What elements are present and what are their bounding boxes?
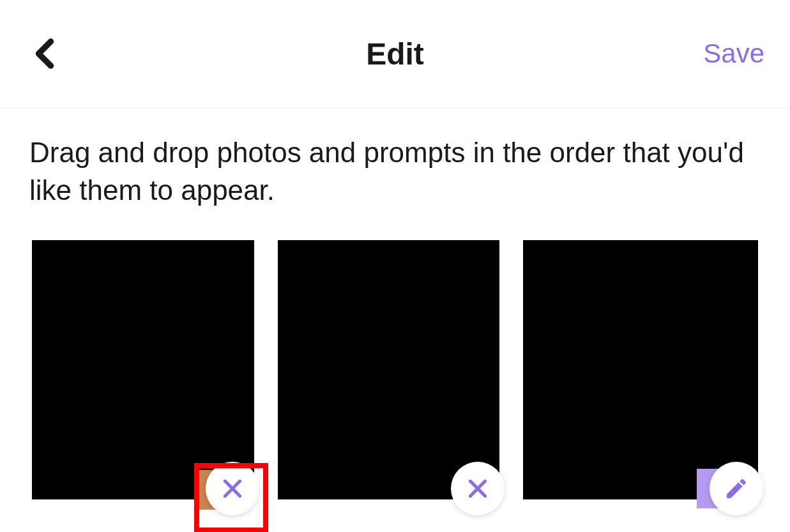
close-icon [220, 476, 245, 501]
photo-placeholder[interactable] [523, 240, 758, 499]
photo-item [523, 240, 758, 499]
photo-placeholder[interactable] [278, 240, 500, 499]
header: Edit Save [0, 0, 790, 108]
photo-item [32, 240, 254, 499]
photo-placeholder[interactable] [32, 240, 254, 499]
pencil-icon [724, 476, 749, 501]
close-icon [465, 476, 490, 501]
instruction-text: Drag and drop photos and prompts in the … [0, 108, 790, 222]
remove-photo-button[interactable] [451, 462, 505, 515]
remove-photo-button[interactable] [206, 462, 259, 515]
save-button[interactable]: Save [703, 38, 764, 69]
page-title: Edit [366, 36, 424, 72]
back-button[interactable] [26, 34, 64, 73]
photo-grid [0, 222, 790, 499]
edit-photo-button[interactable] [710, 462, 763, 515]
photo-item [278, 240, 500, 499]
chevron-left-icon [33, 37, 57, 70]
